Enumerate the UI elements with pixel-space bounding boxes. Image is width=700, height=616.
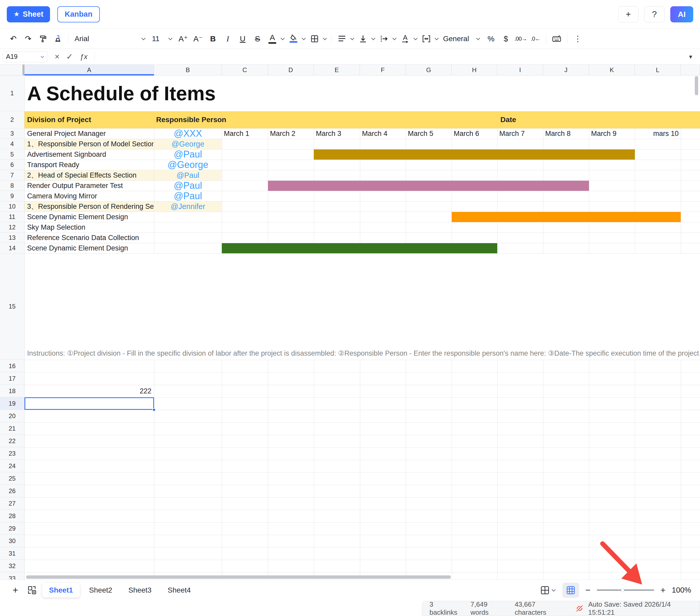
column-header[interactable]: E [314, 65, 360, 75]
mention-cell[interactable]: @Paul [154, 191, 222, 201]
bold-icon[interactable]: B [207, 32, 220, 45]
column-header[interactable]: C [222, 65, 268, 75]
redo-icon[interactable]: ↷ [22, 32, 35, 45]
row-header[interactable]: 16 [0, 360, 24, 372]
row-header[interactable]: 2 [0, 111, 24, 128]
view-tab-sheet[interactable]: ★ Sheet [7, 6, 50, 22]
row-header[interactable]: 28 [0, 510, 24, 522]
column-header[interactable]: B [154, 65, 222, 75]
chevron-down-icon[interactable] [392, 36, 397, 40]
chevron-down-icon[interactable] [435, 36, 439, 40]
merge-cells-icon[interactable] [420, 32, 433, 45]
collapse-formula-bar-icon[interactable]: ▾ [689, 53, 692, 61]
column-header[interactable]: L [635, 65, 681, 75]
mention-cell[interactable]: @XXX [154, 128, 222, 139]
row-header[interactable]: 32 [0, 560, 24, 572]
zoom-out-icon[interactable]: − [585, 585, 590, 595]
decrease-font-icon[interactable]: A⁻ [191, 32, 204, 45]
column-header[interactable]: J [543, 65, 589, 75]
row-header[interactable]: 24 [0, 460, 24, 472]
mention-cell[interactable]: @George [154, 139, 222, 149]
mention-cell[interactable]: @George [154, 159, 222, 170]
row-header[interactable]: 9 [0, 191, 24, 201]
view-tab-kanban[interactable]: Kanban [57, 6, 100, 22]
task-division-cell[interactable]: Scene Dynamic Element Design [27, 212, 153, 222]
date-label[interactable]: March 4 [360, 128, 406, 139]
confirm-icon[interactable]: ✓ [66, 52, 73, 62]
row-header[interactable]: 5 [0, 149, 24, 159]
zoom-slider-handle[interactable] [621, 589, 624, 592]
row-header[interactable]: 18 [0, 385, 24, 397]
task-division-cell[interactable]: 2、Head of Special Effects Section [27, 170, 153, 180]
mention-cell[interactable]: @Paul [154, 180, 222, 191]
zoom-in-icon[interactable]: + [660, 585, 666, 595]
undo-icon[interactable]: ↶ [7, 32, 20, 45]
row-header[interactable]: 4 [0, 139, 24, 149]
row-header[interactable]: 19 [0, 397, 24, 410]
row-header[interactable]: 12 [0, 222, 24, 232]
task-division-cell[interactable]: 3、Responsible Person of Rendering Sec [27, 201, 153, 212]
gantt-bar[interactable] [452, 212, 681, 222]
row-header[interactable]: 27 [0, 497, 24, 510]
row-header[interactable]: 6 [0, 159, 24, 170]
gantt-bar[interactable] [222, 243, 497, 253]
row-header[interactable]: 23 [0, 447, 24, 460]
vertical-align-icon[interactable] [357, 32, 370, 45]
row-header[interactable]: 13 [0, 232, 24, 243]
selected-cell-A19[interactable] [25, 397, 154, 410]
font-family-select[interactable]: Arial [73, 32, 148, 45]
column-header[interactable]: I [497, 65, 543, 75]
increase-font-icon[interactable]: A⁺ [177, 32, 190, 45]
task-division-cell[interactable]: General Project Manager [27, 128, 153, 139]
fx-icon[interactable]: ƒx [80, 53, 88, 61]
spreadsheet-grid[interactable]: ABCDEFGHIJKL1234567891011121314151617181… [0, 0, 700, 579]
add-button[interactable]: + [618, 6, 638, 22]
row-header[interactable]: 33 [0, 572, 24, 579]
row-header[interactable]: 1 [0, 76, 24, 111]
date-label[interactable]: March 7 [497, 128, 543, 139]
vertical-scrollbar[interactable] [695, 76, 698, 95]
row-header[interactable]: 17 [0, 372, 24, 385]
currency-icon[interactable]: $ [499, 32, 512, 45]
task-division-cell[interactable]: Render Output Parameter Test [27, 180, 153, 191]
column-header[interactable]: K [589, 65, 635, 75]
date-label[interactable]: March 6 [452, 128, 497, 139]
fill-color-icon[interactable] [287, 32, 300, 45]
row-header[interactable]: 20 [0, 410, 24, 422]
date-label[interactable]: March 3 [314, 128, 360, 139]
date-label[interactable]: mars 10 [635, 128, 681, 139]
chevron-down-icon[interactable] [414, 36, 418, 40]
sheet-list-icon[interactable] [26, 584, 39, 597]
row-header[interactable]: 7 [0, 170, 24, 180]
mention-cell[interactable]: @Paul [154, 170, 222, 180]
underline-icon[interactable]: U [236, 32, 249, 45]
chevron-down-icon[interactable] [371, 36, 376, 40]
row-header[interactable]: 10 [0, 201, 24, 212]
sheet-tab-2[interactable]: Sheet2 [82, 583, 119, 598]
increase-decimal-icon[interactable]: .00→ [514, 32, 527, 45]
help-button[interactable]: ? [644, 6, 665, 22]
horizontal-align-icon[interactable] [335, 32, 348, 45]
task-division-cell[interactable]: Advertisement Signboard [27, 149, 153, 159]
text-rotate-icon[interactable]: A [399, 32, 412, 45]
cancel-icon[interactable]: × [55, 52, 60, 62]
percent-icon[interactable]: % [485, 32, 498, 45]
sheet-tab-4[interactable]: Sheet4 [161, 583, 198, 598]
gantt-bar[interactable] [314, 150, 635, 159]
cell-A18[interactable]: 222 [25, 385, 151, 397]
column-header[interactable]: F [360, 65, 406, 75]
ai-button[interactable]: AI [670, 6, 693, 22]
row-header[interactable]: 29 [0, 522, 24, 535]
row-header[interactable]: 11 [0, 212, 24, 222]
zoom-level[interactable]: 100% [672, 586, 691, 594]
column-header[interactable]: A [25, 65, 154, 75]
row-header[interactable]: 21 [0, 422, 24, 435]
task-division-cell[interactable]: Camera Moving Mirror [27, 191, 153, 201]
format-painter-icon[interactable] [37, 32, 50, 45]
borders-icon[interactable] [308, 32, 321, 45]
row-header[interactable]: 30 [0, 535, 24, 547]
date-label[interactable]: March 1 [222, 128, 268, 139]
normal-view-icon[interactable] [562, 583, 579, 598]
decrease-decimal-icon[interactable]: .0← [529, 32, 542, 45]
column-header[interactable]: H [452, 65, 497, 75]
